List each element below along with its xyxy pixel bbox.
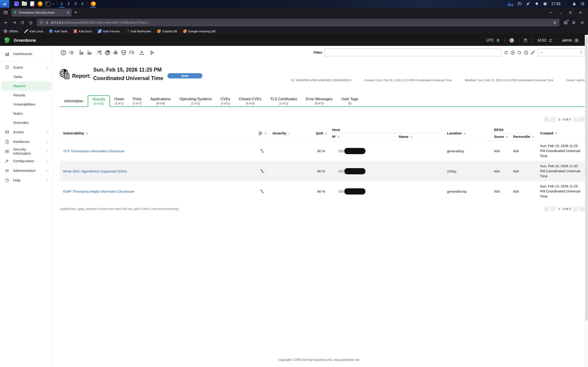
sidebar-item-results[interactable]: Results — [1, 91, 51, 100]
tab-user-tags[interactable]: User Tags(0) — [337, 95, 363, 106]
column-header-percentile[interactable]: Percentile↑↓ — [511, 133, 540, 140]
download-icon[interactable] — [138, 49, 145, 56]
sort-icon[interactable]: ↑↓ — [464, 132, 465, 135]
taskbar-app-text-editor[interactable] — [28, 0, 36, 8]
revert-filter-icon[interactable] — [517, 50, 522, 55]
home-button[interactable] — [27, 19, 35, 26]
workspace-button-3[interactable]: 3 — [72, 0, 79, 8]
bookmark-kali-forums[interactable]: Kali Forums — [98, 29, 120, 33]
sidebar-item-vulnerabilities[interactable]: Vulnerabilities — [1, 100, 51, 109]
extensions-button[interactable] — [570, 19, 578, 26]
bookmark-google-hacking-db[interactable]: Google Hacking DB — [183, 29, 216, 33]
sort-desc-icon[interactable]: ↓ — [288, 131, 290, 135]
host-ip-link[interactable]: 192 — [338, 149, 344, 153]
sort-icon[interactable]: ↑↓ — [325, 132, 327, 135]
tab-applications[interactable]: Applications(8 of 8) — [146, 95, 175, 106]
tab-ports[interactable]: Ports(1 of 7) — [128, 95, 146, 106]
taskbar-app-firefox[interactable] — [36, 0, 44, 8]
account-button[interactable] — [562, 19, 569, 26]
sidebar-item-help[interactable]: Help — [0, 175, 52, 185]
timezone-selector[interactable]: UTC — [482, 38, 505, 42]
workspace-button-2[interactable]: 2 — [65, 0, 72, 8]
last-page-button[interactable]: ›| — [579, 206, 585, 211]
sidebar-item-assets[interactable]: Assets — [0, 127, 52, 137]
display-settings-icon[interactable] — [518, 2, 522, 6]
first-page-button[interactable]: |‹ — [544, 117, 549, 122]
sidebar-item-reports[interactable]: Reports — [1, 81, 51, 91]
column-header-created[interactable]: Created↑↓ — [540, 127, 585, 140]
sort-icon[interactable]: ↑↓ — [337, 135, 339, 138]
next-page-button[interactable]: › — [573, 206, 578, 211]
sort-icon[interactable]: ↑↓ — [506, 135, 507, 138]
workspace-button-4[interactable]: 4 — [79, 0, 86, 8]
edit-filter-icon[interactable] — [530, 50, 536, 55]
prev-page-button[interactable]: ‹ — [551, 206, 556, 211]
sidebar-item-administration[interactable]: Administration — [0, 166, 52, 175]
sort-icon[interactable]: ↑↓ — [410, 135, 412, 138]
page-scrollbar[interactable] — [585, 35, 588, 367]
next-page-button[interactable]: › — [573, 117, 578, 122]
tab-hosts[interactable]: Hosts(1 of 1) — [110, 95, 128, 106]
browser-tab-greenbone[interactable]: Greenbone Security Assis ✕ — [11, 9, 72, 17]
remove-from-assets-icon[interactable] — [86, 49, 93, 56]
add-to-assets-icon[interactable] — [78, 49, 85, 56]
vulnerability-link[interactable]: Weak MAC Algorithm(s) Supported (SSH) — [63, 169, 127, 173]
tracking-shield-icon[interactable] — [40, 21, 43, 25]
last-page-button[interactable]: ›| — [579, 117, 585, 122]
column-header-name[interactable]: Name↑↓ — [399, 133, 446, 140]
back-button[interactable] — [2, 19, 10, 26]
bookmark-kali-tools[interactable]: Kali Tools — [49, 29, 68, 33]
reset-filter-icon[interactable] — [510, 50, 515, 55]
filter-help-icon[interactable]: ? — [523, 50, 529, 55]
filter-preset-select[interactable]: -- — [538, 49, 585, 56]
bookmark-kali-docs[interactable]: Kali Docs — [73, 29, 92, 33]
window-minimize-icon[interactable] — [559, 11, 562, 14]
column-header-score[interactable]: Score↑↓ — [491, 133, 511, 140]
sidebar-item-overrides[interactable]: Overrides — [1, 118, 51, 127]
sidebar-item-security-information[interactable]: Security Information — [0, 147, 52, 156]
performance-icon[interactable] — [128, 49, 135, 56]
tab-closed-cves[interactable]: Closed CVEs(0 of 0) — [234, 95, 266, 106]
sidebar-item-dashboards[interactable]: Dashboards — [0, 49, 52, 59]
tab-tls-certificates[interactable]: TLS Certificates(1 of 1) — [266, 95, 301, 106]
taskbar-app-terminal[interactable]: $ — [44, 0, 52, 8]
select-stepper-icon[interactable] — [580, 51, 582, 54]
bookmark-offsec[interactable]: OffSec — [4, 29, 18, 33]
taskbar-open-firefox-window[interactable] — [89, 0, 97, 8]
bookmark-kali-linux[interactable]: Kali Linux — [24, 29, 43, 33]
tab-results[interactable]: Results(3 of 52) — [88, 95, 110, 107]
terminal-dropdown-icon[interactable] — [52, 2, 55, 6]
sort-icon[interactable]: ↑↓ — [555, 131, 557, 135]
start-icon[interactable] — [149, 49, 155, 56]
bookmark-star-icon[interactable] — [553, 21, 557, 25]
tls-certificates-icon[interactable]: TLS — [120, 49, 127, 56]
bookmark-kali-nethunter[interactable]: Kali NetHunter — [126, 29, 151, 33]
tab-error-messages[interactable]: Error Messages(0 of 0) — [301, 95, 337, 106]
forward-button[interactable] — [10, 19, 18, 26]
sidebar-item-configuration[interactable]: Configuration — [0, 156, 52, 166]
sidebar-item-notes[interactable]: Notes — [1, 109, 51, 118]
tab-cves[interactable]: CVEs(1 of 1) — [216, 95, 234, 106]
sidebar-item-scans[interactable]: Scans — [0, 63, 52, 72]
column-header-severity[interactable]: Severity↓ — [269, 127, 310, 140]
sort-icon[interactable]: ↑↓ — [264, 132, 266, 135]
results-list-icon[interactable] — [68, 49, 74, 56]
kali-menu-button[interactable] — [0, 0, 9, 8]
greenbone-brand[interactable]: Greenbone — [0, 36, 36, 44]
tab-list-chevron-icon[interactable] — [549, 11, 552, 14]
url-bar[interactable]: 127.0.0.1:9392/report/63641983-e2b0-4d48… — [37, 19, 560, 26]
taskbar-clock[interactable]: 17:55 — [551, 2, 561, 6]
scrollbar-thumb[interactable] — [586, 36, 588, 321]
tab-operating-systems[interactable]: Operating Systems(1 of 1) — [175, 95, 216, 106]
sidebar-item-resilience[interactable]: Resilience — [0, 137, 52, 147]
column-header-vulnerability[interactable]: Vulnerability↑↓ — [60, 127, 255, 140]
update-filter-icon[interactable] — [503, 50, 509, 55]
sort-icon[interactable]: ↑↓ — [532, 135, 534, 138]
window-close-icon[interactable] — [579, 11, 582, 14]
tab-close-icon[interactable]: ✕ — [67, 10, 69, 15]
prev-page-button[interactable]: ‹ — [551, 117, 556, 122]
help-icon[interactable]: ? — [60, 49, 66, 56]
volume-muted-icon[interactable] — [526, 2, 531, 6]
language-selector[interactable] — [505, 38, 519, 43]
vulnerabilities-icon[interactable] — [112, 49, 119, 56]
